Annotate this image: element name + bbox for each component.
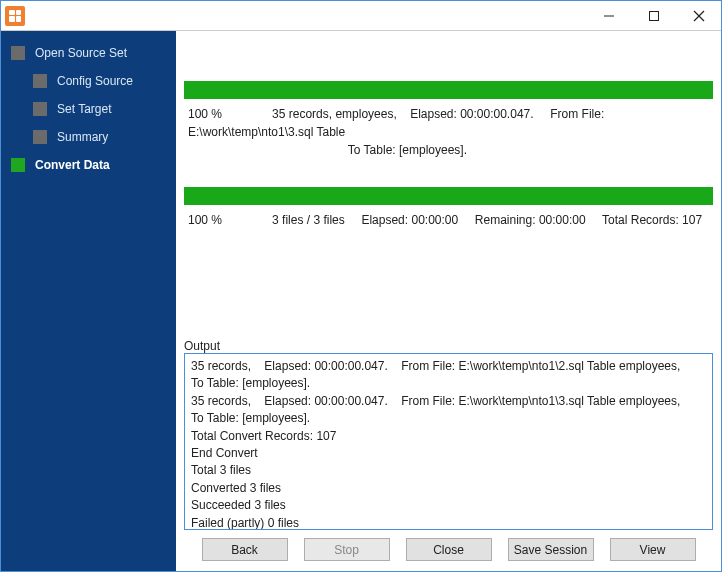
minimize-button[interactable] [586, 1, 631, 30]
sidebar-item-config-source[interactable]: Config Source [1, 67, 176, 95]
sidebar-item-open-source-set[interactable]: Open Source Set [1, 39, 176, 67]
step-icon [33, 130, 47, 144]
sidebar-item-label: Open Source Set [35, 46, 127, 60]
titlebar-left [1, 6, 25, 26]
button-row: Back Stop Close Save Session View [184, 538, 713, 563]
file-progress-bar [184, 81, 713, 99]
sidebar-item-summary[interactable]: Summary [1, 123, 176, 151]
sidebar: Open Source Set Config Source Set Target… [1, 31, 176, 571]
overall-progress-files: 3 files / 3 files [272, 213, 345, 227]
overall-progress-bar [184, 187, 713, 205]
view-button[interactable]: View [610, 538, 696, 561]
close-button[interactable] [676, 1, 721, 30]
sidebar-item-set-target[interactable]: Set Target [1, 95, 176, 123]
step-icon [33, 102, 47, 116]
step-icon [11, 46, 25, 60]
file-progress-section: 100 % 35 records, employees, Elapsed: 00… [184, 81, 713, 159]
sidebar-item-convert-data[interactable]: Convert Data [1, 151, 176, 179]
output-label: Output [184, 229, 713, 353]
step-icon [33, 74, 47, 88]
file-progress-to: To Table: [employees]. [348, 143, 467, 157]
titlebar [1, 1, 721, 31]
window-controls [586, 1, 721, 30]
file-progress-info: 100 % 35 records, employees, Elapsed: 00… [184, 105, 713, 159]
sidebar-item-label: Convert Data [35, 158, 110, 172]
overall-progress-percent: 100 % [188, 213, 222, 227]
stop-button[interactable]: Stop [304, 538, 390, 561]
main-panel: 100 % 35 records, employees, Elapsed: 00… [176, 31, 721, 571]
file-progress-elapsed: Elapsed: 00:00:00.047. [410, 107, 533, 121]
back-button[interactable]: Back [202, 538, 288, 561]
overall-progress-section: 100 % 3 files / 3 files Elapsed: 00:00:0… [184, 187, 713, 229]
file-progress-from: From File: E:\work\temp\nto1\3.sql Table [188, 107, 604, 139]
svg-rect-1 [649, 11, 658, 20]
overall-progress-elapsed: Elapsed: 00:00:00 [361, 213, 458, 227]
overall-progress-total: Total Records: 107 [602, 213, 702, 227]
overall-progress-remaining: Remaining: 00:00:00 [475, 213, 586, 227]
maximize-button[interactable] [631, 1, 676, 30]
output-log[interactable]: 35 records, Elapsed: 00:00:00.047. From … [184, 353, 713, 530]
step-icon [11, 158, 25, 172]
close-wizard-button[interactable]: Close [406, 538, 492, 561]
sidebar-item-label: Set Target [57, 102, 111, 116]
sidebar-item-label: Summary [57, 130, 108, 144]
sidebar-item-label: Config Source [57, 74, 133, 88]
file-progress-percent: 100 % [188, 107, 222, 121]
content: Open Source Set Config Source Set Target… [1, 31, 721, 571]
overall-progress-info: 100 % 3 files / 3 files Elapsed: 00:00:0… [184, 211, 713, 229]
app-icon [5, 6, 25, 26]
save-session-button[interactable]: Save Session [508, 538, 594, 561]
file-progress-records: 35 records, employees, [272, 107, 397, 121]
